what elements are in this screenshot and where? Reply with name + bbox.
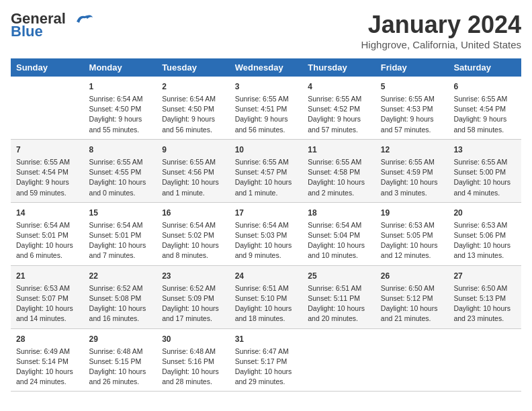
calendar-cell: 26Sunrise: 6:50 AMSunset: 5:12 PMDayligh… [375,265,449,328]
cell-info: Sunrise: 6:53 AMSunset: 5:06 PMDaylight:… [453,220,516,261]
day-number: 16 [162,207,224,219]
cell-info: Sunrise: 6:55 AMSunset: 4:53 PMDaylight:… [381,94,443,135]
calendar-cell: 28Sunrise: 6:49 AMSunset: 5:14 PMDayligh… [11,328,84,392]
calendar-cell: 14Sunrise: 6:54 AMSunset: 5:01 PMDayligh… [11,202,84,265]
day-number: 8 [89,144,152,156]
cell-info: Sunrise: 6:54 AMSunset: 5:01 PMDaylight:… [89,220,152,261]
calendar-cell [375,328,449,392]
day-number: 14 [16,207,79,219]
calendar-cell: 12Sunrise: 6:55 AMSunset: 4:59 PMDayligh… [375,139,449,202]
location: Highgrove, California, United States [361,39,521,50]
header-day-monday: Monday [84,58,157,77]
calendar-cell: 17Sunrise: 6:54 AMSunset: 5:03 PMDayligh… [230,202,303,265]
calendar-cell: 4Sunrise: 6:55 AMSunset: 4:52 PMDaylight… [302,77,375,139]
calendar-cell [11,77,84,139]
day-number: 10 [235,144,298,156]
day-number: 2 [162,81,224,93]
cell-info: Sunrise: 6:51 AMSunset: 5:11 PMDaylight:… [308,283,370,324]
day-number: 29 [89,333,152,345]
day-number: 30 [162,333,224,345]
cell-info: Sunrise: 6:55 AMSunset: 4:59 PMDaylight:… [381,157,443,198]
cell-info: Sunrise: 6:55 AMSunset: 4:54 PMDaylight:… [453,94,516,135]
calendar-week-row: 28Sunrise: 6:49 AMSunset: 5:14 PMDayligh… [11,328,521,392]
cell-info: Sunrise: 6:47 AMSunset: 5:17 PMDaylight:… [235,347,298,387]
cell-info: Sunrise: 6:55 AMSunset: 4:55 PMDaylight:… [89,157,152,198]
header-day-wednesday: Wednesday [230,58,303,77]
day-number: 19 [381,207,443,219]
calendar-cell: 16Sunrise: 6:54 AMSunset: 5:02 PMDayligh… [157,202,230,265]
cell-info: Sunrise: 6:55 AMSunset: 4:58 PMDaylight:… [308,157,370,198]
calendar-week-row: 7Sunrise: 6:55 AMSunset: 4:54 PMDaylight… [11,139,521,202]
calendar-cell: 3Sunrise: 6:55 AMSunset: 4:51 PMDaylight… [230,77,303,139]
header-day-sunday: Sunday [11,58,84,77]
calendar-cell: 18Sunrise: 6:54 AMSunset: 5:04 PMDayligh… [302,202,375,265]
calendar-week-row: 14Sunrise: 6:54 AMSunset: 5:01 PMDayligh… [11,202,521,265]
day-number: 21 [16,270,79,282]
day-number: 23 [162,270,224,282]
day-number: 26 [381,270,443,282]
cell-info: Sunrise: 6:54 AMSunset: 5:04 PMDaylight:… [308,220,370,261]
header-day-saturday: Saturday [448,58,521,77]
cell-info: Sunrise: 6:55 AMSunset: 4:56 PMDaylight:… [162,157,224,198]
cell-info: Sunrise: 6:53 AMSunset: 5:07 PMDaylight:… [16,283,79,324]
cell-info: Sunrise: 6:50 AMSunset: 5:13 PMDaylight:… [453,283,516,324]
day-number: 11 [308,144,370,156]
calendar-cell: 9Sunrise: 6:55 AMSunset: 4:56 PMDaylight… [157,139,230,202]
calendar-cell: 29Sunrise: 6:48 AMSunset: 5:15 PMDayligh… [84,328,157,392]
header-day-friday: Friday [375,58,449,77]
cell-info: Sunrise: 6:54 AMSunset: 4:50 PMDaylight:… [89,94,152,135]
day-number: 13 [453,144,516,156]
day-number: 18 [308,207,370,219]
calendar-cell [302,328,375,392]
day-number: 20 [453,207,516,219]
cell-info: Sunrise: 6:51 AMSunset: 5:10 PMDaylight:… [235,283,298,324]
cell-info: Sunrise: 6:55 AMSunset: 5:00 PMDaylight:… [453,157,516,198]
day-number: 28 [16,333,79,345]
cell-info: Sunrise: 6:55 AMSunset: 4:57 PMDaylight:… [235,157,298,198]
cell-info: Sunrise: 6:54 AMSunset: 5:01 PMDaylight:… [16,220,79,261]
calendar-week-row: 21Sunrise: 6:53 AMSunset: 5:07 PMDayligh… [11,265,521,328]
day-number: 4 [308,81,370,93]
title-block: January 2024 Highgrove, California, Unit… [361,11,521,50]
cell-info: Sunrise: 6:52 AMSunset: 5:08 PMDaylight:… [89,283,152,324]
calendar-cell: 20Sunrise: 6:53 AMSunset: 5:06 PMDayligh… [448,202,521,265]
calendar-cell [448,328,521,392]
day-number: 31 [235,333,298,345]
calendar-cell: 1Sunrise: 6:54 AMSunset: 4:50 PMDaylight… [84,77,157,139]
calendar-cell: 6Sunrise: 6:55 AMSunset: 4:54 PMDaylight… [448,77,521,139]
cell-info: Sunrise: 6:48 AMSunset: 5:16 PMDaylight:… [162,347,224,387]
calendar-cell: 31Sunrise: 6:47 AMSunset: 5:17 PMDayligh… [230,328,303,392]
day-number: 27 [453,270,516,282]
calendar-cell: 21Sunrise: 6:53 AMSunset: 5:07 PMDayligh… [11,265,84,328]
day-number: 5 [381,81,443,93]
calendar-cell: 2Sunrise: 6:54 AMSunset: 4:50 PMDaylight… [157,77,230,139]
cell-info: Sunrise: 6:49 AMSunset: 5:14 PMDaylight:… [16,347,79,387]
day-number: 9 [162,144,224,156]
day-number: 12 [381,144,443,156]
calendar-cell: 27Sunrise: 6:50 AMSunset: 5:13 PMDayligh… [448,265,521,328]
header-day-tuesday: Tuesday [157,58,230,77]
header-day-thursday: Thursday [302,58,375,77]
cell-info: Sunrise: 6:52 AMSunset: 5:09 PMDaylight:… [162,283,224,324]
calendar-cell: 24Sunrise: 6:51 AMSunset: 5:10 PMDayligh… [230,265,303,328]
day-number: 17 [235,207,298,219]
cell-info: Sunrise: 6:54 AMSunset: 4:50 PMDaylight:… [162,94,224,135]
cell-info: Sunrise: 6:54 AMSunset: 5:03 PMDaylight:… [235,220,298,261]
day-number: 15 [89,207,152,219]
cell-info: Sunrise: 6:53 AMSunset: 5:05 PMDaylight:… [381,220,443,261]
calendar-cell: 5Sunrise: 6:55 AMSunset: 4:53 PMDaylight… [375,77,449,139]
cell-info: Sunrise: 6:55 AMSunset: 4:52 PMDaylight:… [308,94,370,135]
month-title: January 2024 [361,11,521,39]
cell-info: Sunrise: 6:55 AMSunset: 4:54 PMDaylight:… [16,157,79,198]
day-number: 24 [235,270,298,282]
cell-info: Sunrise: 6:55 AMSunset: 4:51 PMDaylight:… [235,94,298,135]
calendar-cell: 11Sunrise: 6:55 AMSunset: 4:58 PMDayligh… [302,139,375,202]
cell-info: Sunrise: 6:54 AMSunset: 5:02 PMDaylight:… [162,220,224,261]
cell-info: Sunrise: 6:50 AMSunset: 5:12 PMDaylight:… [381,283,443,324]
day-number: 6 [453,81,516,93]
calendar-table: SundayMondayTuesdayWednesdayThursdayFrid… [11,58,521,392]
day-number: 7 [16,144,79,156]
calendar-cell: 13Sunrise: 6:55 AMSunset: 5:00 PMDayligh… [448,139,521,202]
calendar-cell: 19Sunrise: 6:53 AMSunset: 5:05 PMDayligh… [375,202,449,265]
calendar-cell: 30Sunrise: 6:48 AMSunset: 5:16 PMDayligh… [157,328,230,392]
